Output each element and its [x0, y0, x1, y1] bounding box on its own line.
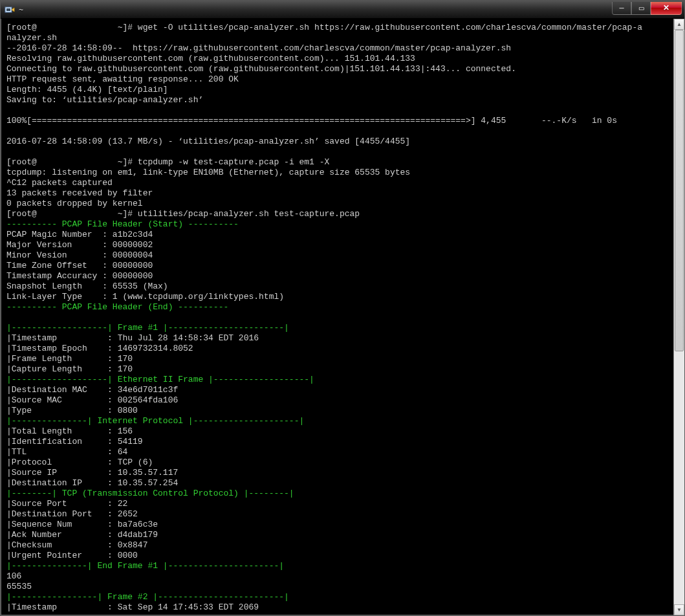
output-line: 0 packets dropped by kernel: [6, 199, 679, 209]
section-header: ---------- PCAP File Header (End) ------…: [6, 302, 679, 313]
maximize-icon: ▭: [638, 5, 644, 12]
putty-icon: [5, 5, 15, 15]
frame-end: |---------------| End Frame #1 |--------…: [6, 561, 679, 571]
command-text: wget -O utilities/pcap-analyzer.sh https…: [138, 23, 642, 32]
window-controls: ─ ▭ ✕: [612, 2, 682, 15]
ip-header: |---------------| Internet Protocol |---…: [6, 416, 679, 426]
output-line: 13 packets received by filter: [6, 188, 679, 199]
section-header: ---------- PCAP File Header (Start) ----…: [6, 219, 679, 230]
progress-line: 100%[===================================…: [6, 116, 679, 126]
prompt: [root@ ~]#: [6, 157, 133, 167]
titlebar[interactable]: ~ ─ ▭ ✕: [1, 1, 684, 19]
output-line: HTTP request sent, awaiting response... …: [6, 74, 679, 85]
eth-header: |-------------------| Ethernet II Frame …: [6, 375, 679, 385]
frame-header: |-------------------| Frame #1 |--------…: [6, 323, 679, 333]
tcp-header: |--------| TCP (Transmission Control Pro…: [6, 489, 679, 499]
scroll-track[interactable]: [674, 30, 684, 604]
terminal[interactable]: [root@ ~]# wget -O utilities/pcap-analyz…: [1, 19, 684, 615]
command-text: tcpdump -w test-capture.pcap -i em1 -X: [138, 157, 329, 167]
chevron-up-icon: ▲: [677, 21, 682, 27]
output-line: 106: [6, 571, 679, 582]
prompt: [root@ ~]#: [6, 23, 133, 32]
output-line: Length: 4455 (4.4K) [text/plain]: [6, 85, 679, 95]
svg-rect-1: [6, 8, 10, 11]
output-line: tcpdump: listening on em1, link-type EN1…: [6, 168, 679, 178]
output-line: 65535: [6, 582, 679, 592]
output-line: Connecting to raw.githubusercontent.com …: [6, 64, 679, 74]
app-window: ~ ─ ▭ ✕ [root@ ~]# wget -O utilities/pca…: [0, 0, 685, 616]
scroll-down-button[interactable]: ▼: [674, 604, 684, 615]
output-line: 2016-07-28 14:58:09 (13.7 MB/s) - ‘utili…: [6, 137, 679, 147]
frame-header: |-----------------| Frame #2 |----------…: [6, 592, 679, 602]
scroll-up-button[interactable]: ▲: [674, 19, 684, 30]
output-line: Saving to: ‘utilities/pcap-analyzer.sh’: [6, 95, 679, 105]
prompt: [root@ ~]#: [6, 209, 133, 219]
output-line: Resolving raw.githubusercontent.com (raw…: [6, 54, 679, 64]
close-icon: ✕: [663, 3, 669, 12]
minimize-button[interactable]: ─: [612, 2, 631, 15]
window-title: ~: [19, 5, 612, 14]
output-line: --2016-07-28 14:58:09-- https://raw.gith…: [6, 43, 679, 54]
chevron-down-icon: ▼: [677, 607, 682, 613]
command-text: utilities/pcap-analyzer.sh test-capture.…: [138, 209, 360, 219]
vertical-scrollbar[interactable]: ▲ ▼: [673, 19, 684, 615]
maximize-button[interactable]: ▭: [631, 2, 651, 15]
output-line: ^C12 packets captured: [6, 178, 679, 188]
minimize-icon: ─: [619, 5, 624, 12]
scroll-thumb[interactable]: [675, 30, 684, 351]
close-button[interactable]: ✕: [651, 2, 682, 15]
command-text-cont: nalyzer.sh: [6, 33, 679, 43]
